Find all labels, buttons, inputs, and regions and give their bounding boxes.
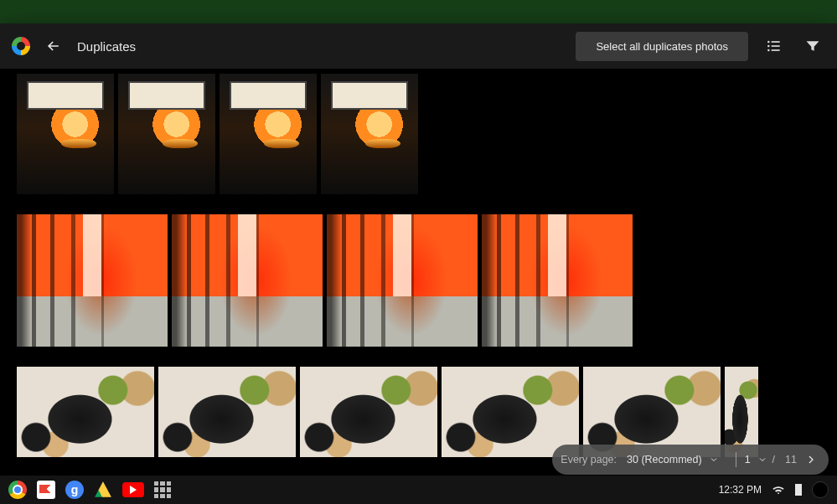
- app-logo-icon: [12, 37, 30, 55]
- current-page-select[interactable]: 1: [745, 454, 767, 465]
- select-all-duplicates-button[interactable]: Select all duplicates photos: [576, 32, 748, 61]
- list-view-button[interactable]: [762, 33, 787, 59]
- system-tray: 12:32 PM: [719, 481, 829, 498]
- duplicate-group: [17, 367, 820, 457]
- photo-thumbnail[interactable]: [158, 367, 296, 457]
- page-size-select[interactable]: 30 (Recommed): [627, 454, 719, 465]
- total-pages: 11: [785, 454, 797, 465]
- photo-thumbnail[interactable]: [17, 74, 114, 194]
- duplicate-group: [17, 214, 820, 347]
- photo-thumbnail[interactable]: [583, 367, 721, 457]
- app-window: Duplicates Select all duplicates photos: [0, 23, 837, 479]
- photo-thumbnail[interactable]: [327, 214, 478, 347]
- page-separator: /: [772, 454, 775, 465]
- duplicate-group: [17, 74, 820, 194]
- drive-app-icon[interactable]: [94, 481, 112, 499]
- photo-thumbnail[interactable]: [321, 74, 418, 194]
- top-bar: Duplicates Select all duplicates photos: [0, 23, 837, 69]
- filter-button[interactable]: [800, 33, 825, 59]
- svg-rect-3: [772, 45, 780, 47]
- google-app-icon[interactable]: g: [65, 481, 84, 499]
- chevron-right-icon: [804, 453, 818, 466]
- chrome-app-icon[interactable]: [8, 481, 27, 499]
- battery-icon[interactable]: [795, 484, 802, 496]
- arrow-left-icon: [45, 38, 62, 54]
- photo-thumbnail[interactable]: [725, 367, 758, 457]
- photo-thumbnail[interactable]: [482, 214, 633, 347]
- photo-thumbnail[interactable]: [172, 214, 323, 347]
- chevron-down-icon: [757, 455, 767, 465]
- page-title: Duplicates: [77, 39, 576, 54]
- page-size-value: 30 (Recommed): [627, 454, 702, 465]
- photo-thumbnail[interactable]: [17, 214, 168, 347]
- filter-icon: [804, 38, 821, 54]
- list-icon: [766, 38, 783, 54]
- app-launcher-icon[interactable]: [154, 481, 171, 498]
- chevron-down-icon: [709, 455, 719, 465]
- photo-thumbnail[interactable]: [17, 367, 154, 457]
- svg-rect-1: [772, 41, 780, 43]
- user-avatar[interactable]: [812, 481, 829, 498]
- youtube-app-icon[interactable]: [122, 482, 144, 497]
- svg-point-2: [767, 45, 770, 48]
- svg-point-0: [767, 41, 770, 44]
- wifi-icon[interactable]: [772, 483, 785, 496]
- current-page-value: 1: [745, 454, 751, 465]
- os-taskbar: g 12:32 PM: [0, 476, 837, 504]
- svg-rect-5: [772, 49, 780, 51]
- back-button[interactable]: [42, 34, 65, 58]
- pagination-bar: Every page: 30 (Recommed) 1 / 11: [552, 445, 829, 475]
- next-page-button[interactable]: [802, 450, 820, 469]
- duplicates-grid: Every page: 30 (Recommed) 1 / 11: [0, 69, 837, 479]
- photo-thumbnail[interactable]: [220, 74, 317, 194]
- photo-thumbnail[interactable]: [300, 367, 437, 457]
- page-size-label: Every page:: [561, 454, 617, 465]
- clock[interactable]: 12:32 PM: [719, 484, 762, 496]
- divider: [736, 452, 736, 467]
- photo-thumbnail[interactable]: [442, 367, 579, 457]
- svg-point-4: [767, 49, 770, 52]
- photo-thumbnail[interactable]: [118, 74, 215, 194]
- gmail-app-icon[interactable]: [37, 481, 55, 499]
